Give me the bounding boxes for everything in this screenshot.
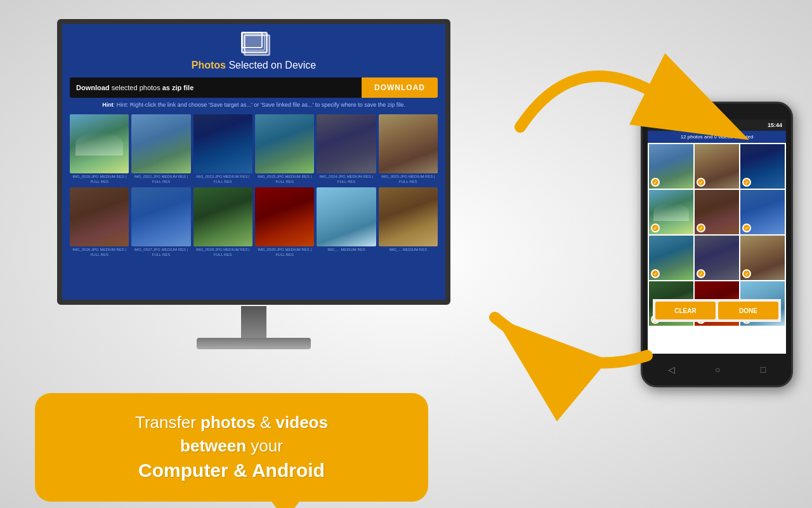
phone-photo-item[interactable] xyxy=(695,190,739,234)
bubble-word-videos: videos xyxy=(276,413,328,432)
monitor-screen: Photos Selected on Device Download selec… xyxy=(57,19,450,305)
bubble-tail xyxy=(270,499,301,508)
speech-bubble: Transfer photos & videos between your Co… xyxy=(35,393,428,502)
check-badge xyxy=(742,269,751,278)
photo-item: IMG_0526.JPG MEDIUM RES | FULL RES xyxy=(70,187,129,258)
screen-header: Photos Selected on Device xyxy=(70,32,438,71)
screen-title-plain: Selected on Device xyxy=(228,60,316,70)
download-label-part2: selected photos xyxy=(112,84,160,91)
home-icon[interactable]: ○ xyxy=(715,364,720,375)
photo-thumb[interactable] xyxy=(255,114,314,173)
check-badge xyxy=(742,178,751,187)
photo-label: IMG_0522.JPG MEDIUM RES | FULL RES xyxy=(193,175,252,185)
photo-item: IMG_0523.JPG MEDIUM RES | FULL RES xyxy=(255,114,314,185)
photo-label: IMG_0526.JPG MEDIUM RES | FULL RES xyxy=(70,248,129,258)
phone-photo-item[interactable] xyxy=(649,190,693,234)
photo-label: IMG_... MEDIUM RES xyxy=(327,248,365,253)
phone-time: 15:44 xyxy=(768,122,782,128)
bubble-line1: Transfer photos & videos xyxy=(60,411,403,434)
phone-photo-item[interactable] xyxy=(740,236,785,280)
phone-status-bar: 15:44 xyxy=(648,119,786,131)
photo-thumb[interactable] xyxy=(255,187,314,246)
phone: 15:44 12 photos and 0 videos selected CL… xyxy=(641,102,793,387)
photo-item: IMG_0527.JPG MEDIUM RES | FULL RES xyxy=(131,187,190,258)
monitor: Photos Selected on Device Download selec… xyxy=(38,19,469,349)
photo-label: IMG_0528.JPG MEDIUM RES | FULL RES xyxy=(193,248,252,258)
photo-thumb[interactable] xyxy=(379,114,438,173)
photos-icon xyxy=(241,32,266,55)
check-badge xyxy=(651,178,660,187)
recents-icon[interactable]: □ xyxy=(761,364,766,375)
photo-label: IMG_0525.JPG MEDIUM RES | FULL RES xyxy=(379,175,438,185)
photo-item: IMG_... MEDIUM RES xyxy=(317,187,376,258)
phone-photo-item[interactable] xyxy=(740,144,785,189)
phone-photo-item[interactable] xyxy=(695,236,739,280)
download-label-part3: as zip file xyxy=(162,84,194,91)
photo-thumb[interactable] xyxy=(317,187,376,246)
photo-label: IMG_... MEDIUM RES xyxy=(389,248,427,253)
photo-thumb[interactable] xyxy=(131,114,190,173)
screen-title-bold: Photos xyxy=(192,60,226,70)
photo-label: IMG_0529.JPG MEDIUM RES | FULL RES xyxy=(255,248,314,258)
photo-label: IMG_0521.JPG MEDIUM RES | FULL RES xyxy=(131,175,190,185)
download-label-part1: Download xyxy=(76,84,110,91)
bubble-word-between: between xyxy=(180,436,246,455)
photo-thumb[interactable] xyxy=(70,114,129,173)
photo-item: IMG_0528.JPG MEDIUM RES | FULL RES xyxy=(193,187,252,258)
photo-item: IMG_0521.JPG MEDIUM RES | FULL RES xyxy=(131,114,190,185)
photo-item: IMG_0520.JPG MEDIUM RES | FULL RES xyxy=(70,114,129,185)
download-bar: Download selected photos as zip file DOW… xyxy=(70,77,438,98)
check-badge xyxy=(697,224,705,232)
screen-title: Photos Selected on Device xyxy=(70,60,438,71)
photo-item: IMG_0525.JPG MEDIUM RES | FULL RES xyxy=(379,114,438,185)
hint-text: Hint: Hint: Right-click the link and cho… xyxy=(70,102,438,108)
monitor-stand xyxy=(197,306,311,349)
phone-photo-item[interactable] xyxy=(649,144,693,189)
phone-photo-item[interactable] xyxy=(649,236,693,280)
back-icon[interactable]: ◁ xyxy=(668,364,675,375)
phone-photo-item[interactable] xyxy=(695,144,739,189)
download-label: Download selected photos as zip file xyxy=(70,84,362,91)
monitor-neck xyxy=(241,306,266,338)
done-button[interactable]: DONE xyxy=(718,302,778,319)
phone-selection-count: 12 photos and 0 videos selected xyxy=(652,134,782,140)
phone-screen: 15:44 12 photos and 0 videos selected CL… xyxy=(648,119,786,354)
phone-nav-bar: ◁ ○ □ xyxy=(648,354,786,385)
phone-bottom-bar: CLEAR DONE xyxy=(653,299,781,322)
phone-photo-item[interactable] xyxy=(740,190,785,234)
photo-thumb[interactable] xyxy=(193,114,252,173)
bubble-line2: between your xyxy=(60,434,403,457)
photo-thumb[interactable] xyxy=(317,114,376,173)
photo-thumb[interactable] xyxy=(379,187,438,246)
phone-header: 12 photos and 0 videos selected xyxy=(648,131,786,143)
download-button[interactable]: DOWNLOAD xyxy=(362,77,438,98)
check-badge xyxy=(651,224,660,232)
photo-item: IMG_0522.JPG MEDIUM RES | FULL RES xyxy=(193,114,252,185)
monitor-base xyxy=(197,338,311,349)
clear-button[interactable]: CLEAR xyxy=(655,302,716,319)
hint-content: Hint: Right-click the link and choose 'S… xyxy=(117,102,405,108)
bubble-line3: Computer & Android xyxy=(60,457,403,484)
photo-thumb[interactable] xyxy=(131,187,190,246)
screen-content: Photos Selected on Device Download selec… xyxy=(70,32,438,292)
photo-label: IMG_0527.JPG MEDIUM RES | FULL RES xyxy=(131,248,190,258)
phone-status-icons xyxy=(652,124,659,127)
bubble-word-computer-android: Computer & Android xyxy=(138,460,325,481)
photo-item: IMG_0524.JPG MEDIUM RES | FULL RES xyxy=(317,114,376,185)
check-badge xyxy=(697,178,705,187)
check-badge xyxy=(651,269,660,278)
photo-item: IMG_... MEDIUM RES xyxy=(379,187,438,258)
check-badge xyxy=(742,224,751,232)
check-badge xyxy=(697,269,705,278)
bubble-word-photos: photos xyxy=(200,413,256,432)
photo-label: IMG_0524.JPG MEDIUM RES | FULL RES xyxy=(317,175,376,185)
photo-thumb[interactable] xyxy=(193,187,252,246)
photo-label: IMG_0520.JPG MEDIUM RES | FULL RES xyxy=(70,175,129,185)
photo-thumb[interactable] xyxy=(70,187,129,246)
photo-grid: IMG_0520.JPG MEDIUM RES | FULL RESIMG_05… xyxy=(70,114,438,258)
photo-label: IMG_0523.JPG MEDIUM RES | FULL RES xyxy=(255,175,314,185)
photo-item: IMG_0529.JPG MEDIUM RES | FULL RES xyxy=(255,187,314,258)
